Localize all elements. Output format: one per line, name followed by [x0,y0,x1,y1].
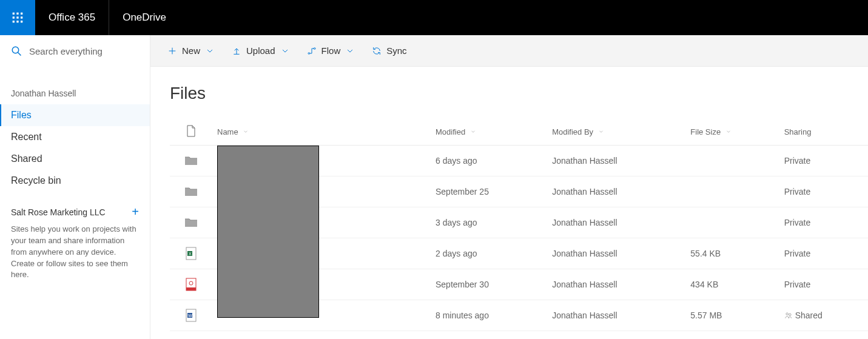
word-icon: W [186,309,197,322]
plus-icon [167,46,177,56]
svg-rect-6 [13,21,15,22]
svg-rect-4 [16,16,18,18]
sharing-cell[interactable]: Private [779,238,868,269]
svg-rect-2 [21,13,22,15]
col-type [170,119,212,146]
search-placeholder: Search everything [29,46,103,56]
modified-cell: September 30 [431,269,547,300]
folder-icon [184,217,198,228]
flow-button[interactable]: Flow [307,45,355,56]
app-name[interactable]: OneDrive [109,0,180,35]
col-modifiedby[interactable]: Modified By [547,119,685,146]
svg-rect-0 [13,13,15,15]
shared-icon [784,311,793,320]
app-launcher-button[interactable] [0,0,35,35]
sites-section-label: Salt Rose Marketing LLC [11,207,106,217]
col-modified[interactable]: Modified [431,119,547,146]
new-button[interactable]: New [167,45,215,56]
svg-rect-8 [21,21,22,22]
nav-item-files[interactable]: Files [0,104,150,126]
search-icon [11,45,22,56]
modified-cell: 8 minutes ago [431,300,547,331]
nav-item-recent[interactable]: Recent [0,126,150,148]
sync-label: Sync [386,45,406,56]
sharing-cell[interactable]: Private [779,176,868,207]
nav-item-recycle[interactable]: Recycle bin [0,170,150,192]
file-type-cell [170,207,212,238]
modifiedby-cell: Jonathan Hassell [547,176,685,207]
chevron-down-icon [280,46,290,56]
sites-help-text: Sites help you work on projects with you… [0,224,150,281]
modified-cell: 2 days ago [431,238,547,269]
svg-rect-3 [13,16,15,18]
svg-rect-7 [16,21,18,22]
redacted-block [217,146,319,318]
svg-text:W: W [188,314,192,318]
chevron-down-icon [598,129,604,135]
modified-cell: 6 days ago [431,146,547,176]
nav-list: Files Recent Shared Recycle bin [0,104,150,192]
svg-point-15 [308,52,310,54]
svg-point-26 [786,313,789,315]
file-name-cell[interactable] [212,146,431,176]
file-type-cell: W [170,300,212,331]
svg-line-10 [18,52,21,55]
folder-icon [184,155,198,166]
search-input[interactable]: Search everything [0,35,150,67]
add-site-button[interactable]: + [132,205,139,219]
modifiedby-cell: Jonathan Hassell [547,300,685,331]
folder-icon [184,186,198,197]
upload-label: Upload [246,45,275,56]
command-bar: New Upload Flow Sync [150,35,868,67]
excel-icon: X [186,247,197,260]
flow-label: Flow [321,45,341,56]
size-cell [685,207,779,238]
content-area: New Upload Flow Sync Files [150,35,868,339]
svg-point-16 [314,47,315,49]
table-row[interactable]: 6 days agoJonathan HassellPrivate [170,146,868,176]
new-label: New [182,45,200,56]
file-icon [186,125,196,137]
pdf-icon [186,278,197,291]
size-cell: 434 KB [685,269,779,300]
modifiedby-cell: Jonathan Hassell [547,207,685,238]
modifiedby-cell: Jonathan Hassell [547,269,685,300]
chevron-down-icon [345,46,355,56]
file-type-cell [170,146,212,176]
modified-cell: 3 days ago [431,207,547,238]
svg-rect-21 [186,287,196,290]
size-cell [685,176,779,207]
file-type-cell [170,176,212,207]
modifiedby-cell: Jonathan Hassell [547,238,685,269]
upload-button[interactable]: Upload [232,45,290,56]
suite-name[interactable]: Office 365 [35,0,109,35]
sharing-cell[interactable]: Shared [779,300,868,331]
chevron-down-icon [205,46,215,56]
size-cell [685,146,779,176]
sync-button[interactable]: Sync [372,45,406,56]
svg-text:X: X [189,252,192,256]
chevron-down-icon [470,129,476,135]
nav-item-shared[interactable]: Shared [0,148,150,170]
flow-icon [307,46,317,56]
sync-icon [372,46,382,56]
chevron-down-icon [243,129,249,135]
left-nav: Search everything Jonathan Hassell Files… [0,35,150,339]
size-cell: 5.57 MB [685,300,779,331]
sharing-cell[interactable]: Private [779,207,868,238]
col-size[interactable]: File Size [685,119,779,146]
sites-section-header: Salt Rose Marketing LLC + [0,192,150,224]
chevron-down-icon [725,129,732,135]
waffle-icon [12,12,24,24]
svg-rect-5 [21,16,22,18]
modifiedby-cell: Jonathan Hassell [547,146,685,176]
size-cell: 55.4 KB [685,238,779,269]
file-table: Name Modified Modified By File Size [170,119,868,331]
suite-header: Office 365 OneDrive [0,0,868,35]
sharing-cell[interactable]: Private [779,146,868,176]
file-type-cell: X [170,238,212,269]
sharing-cell[interactable]: Private [779,269,868,300]
col-name[interactable]: Name [212,119,431,146]
svg-point-27 [789,314,791,316]
modified-cell: September 25 [431,176,547,207]
